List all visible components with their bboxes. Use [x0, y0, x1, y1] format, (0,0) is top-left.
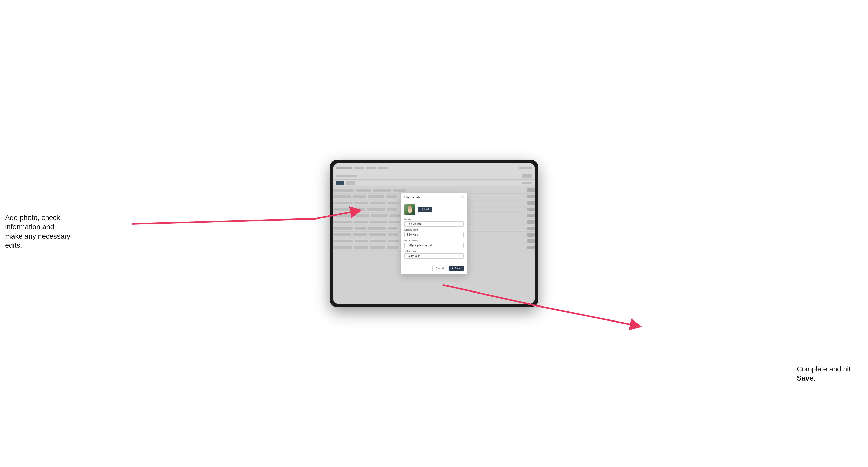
annotation-left: Add photo, check information and make an…: [5, 213, 71, 250]
annotation-left-text: Add photo, check information and make an…: [5, 214, 70, 249]
annotation-right: Complete and hit Save.: [797, 365, 863, 383]
display-name-label: Display name: [404, 229, 464, 231]
school-year-label: School Year: [404, 250, 464, 253]
save-icon: ⬆: [452, 267, 454, 270]
scene: Add photo, check information and make an…: [0, 0, 868, 467]
school-year-value: Fourth Year: [407, 255, 457, 257]
modal-overlay: User details × Upload Name: [333, 163, 535, 304]
school-year-field-group: School Year Fourth Year × ⌄: [404, 250, 464, 259]
upload-button[interactable]: Upload: [418, 207, 432, 212]
close-icon[interactable]: ×: [462, 196, 464, 199]
school-year-select[interactable]: Fourth Year × ⌄: [404, 253, 464, 259]
cancel-button[interactable]: Cancel: [432, 266, 447, 271]
clear-icon[interactable]: ×: [457, 255, 458, 257]
name-input[interactable]: [404, 221, 464, 227]
avatar-thumbnail: [404, 204, 415, 215]
modal-footer: Cancel ⬆ Save: [401, 264, 467, 274]
display-name-field-group: Display name: [404, 229, 464, 237]
display-name-input[interactable]: [404, 232, 464, 237]
modal-body: Upload Name Display name: [401, 201, 467, 264]
select-icons: × ⌄: [457, 255, 461, 257]
modal-title: User details: [404, 196, 420, 199]
save-button[interactable]: ⬆ Save: [448, 266, 464, 271]
name-label: Name: [404, 218, 464, 220]
tablet-device: User details × Upload Name: [330, 160, 538, 307]
photo-row: Upload: [404, 204, 464, 215]
email-label: Email address: [404, 239, 464, 242]
email-field-group: Email address: [404, 239, 464, 248]
annotation-right-suffix: .: [813, 374, 815, 382]
annotation-right-prefix: Complete and hit: [797, 365, 851, 373]
email-input[interactable]: [404, 243, 464, 248]
chevron-down-icon[interactable]: ⌄: [459, 255, 461, 257]
modal-header: User details ×: [401, 193, 467, 201]
save-label: Save: [455, 267, 461, 270]
name-field-group: Name: [404, 218, 464, 227]
annotation-right-bold: Save: [797, 374, 813, 382]
user-details-modal: User details × Upload Name: [401, 193, 467, 274]
tablet-screen: User details × Upload Name: [333, 163, 535, 304]
